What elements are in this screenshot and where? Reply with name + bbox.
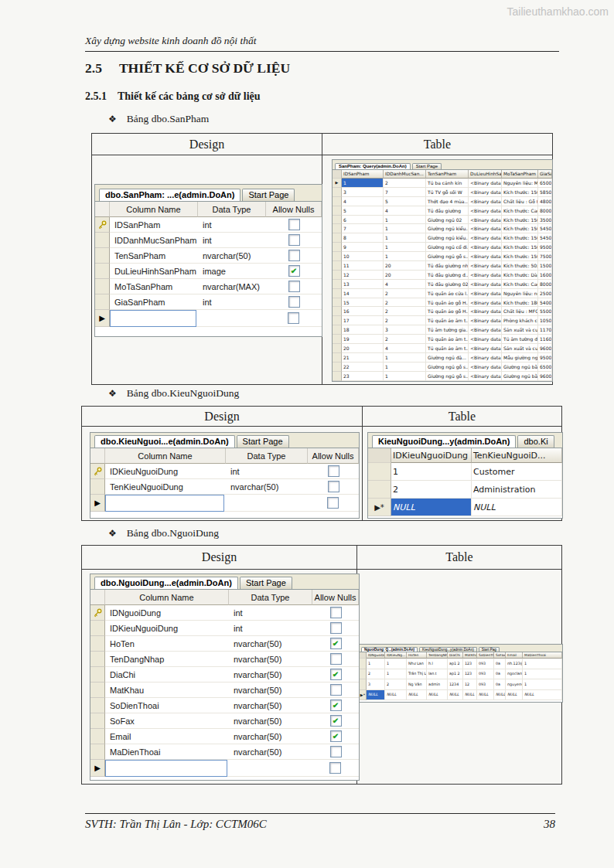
cell[interactable]: 5 bbox=[384, 197, 426, 206]
cell[interactable]: NULL bbox=[385, 690, 407, 701]
data-type-cell[interactable]: nvarchar(50) bbox=[198, 248, 266, 264]
row-selector[interactable] bbox=[95, 279, 110, 294]
cell[interactable]: 0a bbox=[494, 679, 506, 690]
cell[interactable]: Chất liệu : Gỗ H... bbox=[502, 197, 538, 206]
cell[interactable]: 11600000 bbox=[538, 335, 552, 344]
column-header[interactable]: TenSanPham bbox=[426, 170, 469, 179]
cell[interactable]: Giường ngủ gỗ s... bbox=[426, 252, 469, 261]
allow-nulls-checkbox[interactable] bbox=[329, 762, 341, 774]
cell[interactable]: Sản xuất và cun... bbox=[502, 344, 538, 353]
cell[interactable]: 2 bbox=[384, 179, 426, 188]
column-name-cell[interactable]: GiaSanPham bbox=[110, 294, 198, 310]
cell[interactable]: Tủ đầu giường nh... bbox=[426, 261, 469, 271]
cell[interactable]: Tủ quần áo âm t... bbox=[426, 344, 469, 353]
cell[interactable]: 11 bbox=[342, 261, 384, 271]
cell[interactable]: 16 bbox=[342, 307, 384, 316]
cell[interactable]: Sản xuất và cun... bbox=[502, 325, 538, 335]
cell[interactable]: Trần Thị Lân bbox=[407, 669, 427, 680]
row-selector[interactable] bbox=[95, 264, 110, 279]
cell[interactable]: 1 bbox=[391, 463, 472, 481]
cell[interactable]: 4 bbox=[384, 280, 426, 289]
allow-nulls-checkbox[interactable]: ✔ bbox=[288, 265, 300, 277]
cell[interactable]: 1 bbox=[384, 233, 426, 243]
column-header[interactable]: IDDanhMucSan... bbox=[384, 170, 426, 179]
data-type-cell[interactable]: nvarchar(MAX) bbox=[198, 279, 266, 294]
column-header[interactable]: Email bbox=[506, 652, 523, 659]
cell[interactable]: 6 bbox=[342, 216, 384, 225]
data-type-cell[interactable]: nvarchar(50) bbox=[229, 713, 312, 729]
cell[interactable]: 21 bbox=[342, 353, 384, 363]
cell[interactable]: <Binary data> bbox=[469, 335, 502, 344]
row-selector[interactable]: ▶ bbox=[90, 760, 105, 777]
cell[interactable]: Kích thước: 150 ... bbox=[502, 243, 538, 252]
cell[interactable]: 10500000 bbox=[538, 316, 552, 325]
cell[interactable]: Kích thước: 150... bbox=[502, 233, 538, 243]
row-selector[interactable] bbox=[333, 197, 342, 206]
column-name-cell[interactable]: Email bbox=[105, 729, 229, 744]
data-type-cell[interactable]: int bbox=[229, 605, 312, 621]
cell[interactable]: NULL bbox=[494, 690, 506, 701]
cell[interactable]: Giường ngủ kiểu... bbox=[426, 224, 469, 233]
row-selector[interactable] bbox=[333, 206, 342, 216]
cell[interactable]: 1 bbox=[385, 669, 407, 680]
cell[interactable]: <Binary data> bbox=[469, 289, 502, 298]
cell[interactable]: 6500000 bbox=[538, 179, 552, 188]
column-name-cell[interactable]: IDKieuNguoiDung bbox=[105, 621, 229, 636]
cell[interactable]: 1 bbox=[523, 659, 562, 669]
row-selector[interactable] bbox=[90, 605, 105, 621]
cell[interactable]: 1 bbox=[385, 659, 407, 669]
tab-dbo-ki[interactable]: dbo.Ki bbox=[517, 435, 554, 448]
data-type-cell[interactable]: nvarchar(50) bbox=[229, 729, 312, 744]
data-type-cell[interactable]: int bbox=[198, 233, 266, 248]
row-selector[interactable] bbox=[333, 261, 342, 271]
column-name-cell[interactable]: MoTaSanPham bbox=[110, 279, 198, 294]
cell[interactable]: Administration bbox=[472, 481, 562, 499]
cell[interactable]: 2 bbox=[367, 669, 385, 680]
cell[interactable]: <Binary data> bbox=[469, 216, 502, 225]
row-selector[interactable] bbox=[333, 298, 342, 308]
tab-start-page[interactable]: Start Page bbox=[242, 189, 295, 201]
column-header[interactable]: IDSanPham bbox=[342, 170, 384, 179]
column-name-cell[interactable]: DiaChi bbox=[105, 667, 229, 682]
cell[interactable]: Tủ quần áo âm t... bbox=[426, 335, 469, 344]
cell[interactable]: Mẫu giường ngủ... bbox=[502, 353, 538, 363]
row-selector[interactable] bbox=[333, 216, 342, 225]
column-header[interactable]: DuLieuHinhSan... bbox=[469, 170, 502, 179]
cell[interactable]: 12 bbox=[463, 679, 477, 690]
cell[interactable]: <Binary data> bbox=[469, 188, 502, 197]
cell[interactable]: lan.t bbox=[427, 669, 448, 680]
cell[interactable]: 6500000 bbox=[538, 363, 552, 372]
column-name-cell[interactable]: SoDienThoai bbox=[105, 698, 229, 713]
cell[interactable]: 3 bbox=[384, 325, 426, 335]
data-type-cell[interactable]: nvarchar(50) bbox=[229, 667, 312, 682]
allow-nulls-checkbox[interactable] bbox=[327, 497, 339, 509]
cell[interactable]: Kích thước: 150... bbox=[502, 224, 538, 233]
cell[interactable]: ap1 2 bbox=[448, 669, 463, 680]
cell[interactable]: 0a bbox=[494, 669, 506, 680]
cell[interactable]: 20 bbox=[384, 271, 426, 280]
cell[interactable]: Customer bbox=[472, 463, 562, 481]
cell[interactable]: 5500000 bbox=[538, 307, 552, 316]
data-type-cell[interactable]: nvarchar(50) bbox=[229, 636, 312, 652]
cell[interactable]: 2500000 bbox=[538, 289, 552, 298]
column-header[interactable]: SoDienThoai bbox=[477, 652, 494, 659]
cell[interactable]: NULL bbox=[407, 690, 427, 701]
column-name-cell[interactable] bbox=[105, 495, 224, 512]
cell[interactable]: NULL bbox=[427, 690, 448, 701]
cell[interactable]: NULL bbox=[448, 690, 463, 701]
column-header[interactable]: MaDienThoai bbox=[523, 652, 562, 659]
cell[interactable]: NULL bbox=[367, 690, 385, 701]
cell[interactable]: 123 bbox=[463, 659, 477, 669]
row-selector[interactable] bbox=[90, 713, 105, 729]
cell[interactable]: 1600000 bbox=[538, 271, 552, 280]
cell[interactable]: NULL bbox=[506, 690, 523, 701]
cell[interactable]: nguyenv...@... bbox=[506, 679, 523, 690]
cell[interactable]: 7 bbox=[342, 224, 384, 233]
cell[interactable]: 9500000 bbox=[538, 243, 552, 252]
row-selector[interactable] bbox=[90, 667, 105, 682]
cell[interactable]: 093 bbox=[477, 659, 494, 669]
cell[interactable]: Kích thước: Dài ... bbox=[502, 271, 538, 280]
row-selector[interactable] bbox=[90, 479, 105, 495]
cell[interactable]: <Binary data> bbox=[469, 372, 502, 381]
cell[interactable]: 4 bbox=[384, 206, 426, 216]
